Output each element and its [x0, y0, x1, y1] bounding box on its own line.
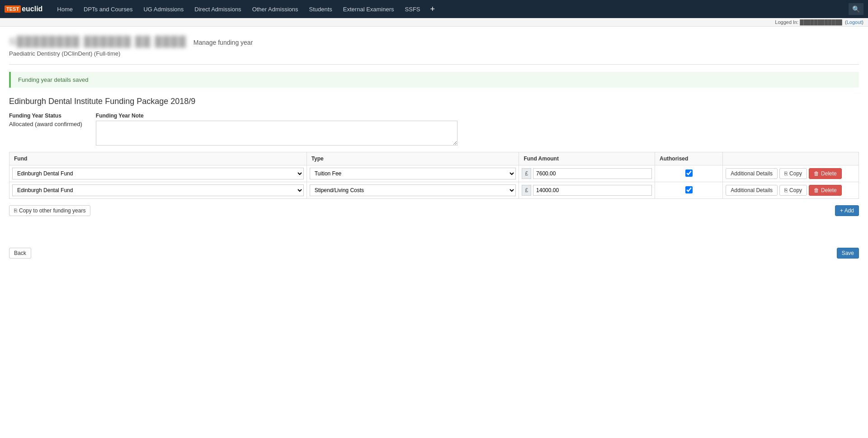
- copy-label-1: Copy: [789, 187, 802, 193]
- additional-details-label-0: Additional Details: [731, 170, 773, 177]
- type-select-0[interactable]: Tuition Fee: [310, 168, 516, 179]
- amount-input-0[interactable]: [533, 168, 652, 179]
- success-banner: Funding year details saved: [9, 72, 859, 88]
- copy-icon: ⎘: [14, 207, 17, 214]
- nav-ssfs[interactable]: SSFS: [400, 0, 426, 18]
- logout-link[interactable]: Logout: [847, 19, 862, 25]
- header-divider: [9, 64, 859, 65]
- pound-symbol-1: £: [522, 185, 531, 196]
- navbar: TEST euclid Home DPTs and Courses UG Adm…: [0, 0, 868, 18]
- amount-cell-0: £: [519, 165, 655, 182]
- table-footer: ⎘ Copy to other funding years + Add: [9, 205, 859, 216]
- nav-examiners[interactable]: External Examiners: [338, 0, 400, 18]
- col-type-header: Type: [307, 152, 519, 165]
- logged-in-prefix: Logged In:: [775, 19, 800, 25]
- copy-label-0: Copy: [789, 170, 802, 177]
- col-fund-header: Fund: [9, 152, 307, 165]
- note-label: Funding Year Note: [96, 113, 458, 119]
- section-title: Edinburgh Dental Institute Funding Packa…: [9, 97, 859, 106]
- search-button[interactable]: 🔍: [849, 3, 863, 15]
- additional-details-button-0[interactable]: Additional Details: [726, 168, 778, 179]
- nav-ug[interactable]: UG Admissions: [138, 0, 189, 18]
- page-subtitle: Manage funding year: [193, 39, 253, 46]
- table-row: Edinburgh Dental Fund Stipend/Living Cos…: [9, 182, 859, 199]
- copy-icon-1: ⎘: [784, 187, 788, 193]
- copy-to-funding-years-label: Copy to other funding years: [19, 207, 85, 214]
- funding-year-form: Funding Year Status Allocated (award con…: [9, 113, 859, 146]
- nav-direct[interactable]: Direct Admissions: [189, 0, 246, 18]
- additional-details-button-1[interactable]: Additional Details: [726, 185, 778, 196]
- type-select-1[interactable]: Stipend/Living Costs: [310, 184, 516, 196]
- copy-button-1[interactable]: ⎘ Copy: [779, 185, 807, 196]
- status-group: Funding Year Status Allocated (award con…: [9, 113, 82, 146]
- nav-dpts[interactable]: DPTs and Courses: [78, 0, 138, 18]
- fund-select-0[interactable]: Edinburgh Dental Fund: [12, 168, 304, 179]
- nav-plus-icon[interactable]: +: [426, 5, 440, 14]
- delete-button-0[interactable]: 🗑 Delete: [809, 168, 842, 179]
- amount-input-1[interactable]: [533, 185, 652, 196]
- fund-table: Fund Type Fund Amount Authorised Edinbur…: [9, 152, 859, 199]
- copy-to-funding-years-button[interactable]: ⎘ Copy to other funding years: [9, 205, 90, 216]
- authorised-checkbox-1[interactable]: [685, 186, 693, 193]
- brand-test-label: TEST: [5, 5, 21, 13]
- type-cell-0: Tuition Fee: [307, 165, 519, 182]
- copy-icon-0: ⎘: [784, 170, 788, 177]
- auth-cell-0: [655, 165, 723, 182]
- fund-cell-0: Edinburgh Dental Fund: [9, 165, 307, 182]
- save-button[interactable]: Save: [837, 248, 859, 259]
- logged-in-bar: Logged In: ████████████ (Logout): [0, 18, 868, 27]
- breadcrumb: Paediatric Dentistry (DClinDent) (Full-t…: [9, 50, 859, 57]
- authorised-checkbox-0[interactable]: [685, 170, 693, 177]
- brand-name: euclid: [22, 5, 42, 13]
- nav-items: Home DPTs and Courses UG Admissions Dire…: [52, 0, 849, 18]
- col-amount-header: Fund Amount: [519, 152, 655, 165]
- delete-button-1[interactable]: 🗑 Delete: [809, 185, 842, 196]
- success-message: Funding year details saved: [18, 76, 88, 83]
- col-auth-header: Authorised: [655, 152, 723, 165]
- fund-select-1[interactable]: Edinburgh Dental Fund: [12, 184, 304, 196]
- amount-cell-1: £: [519, 182, 655, 199]
- fund-cell-1: Edinburgh Dental Fund: [9, 182, 307, 199]
- copy-button-0[interactable]: ⎘ Copy: [779, 168, 807, 179]
- note-textarea[interactable]: [96, 121, 458, 146]
- pound-symbol-0: £: [522, 168, 531, 179]
- nav-other[interactable]: Other Admissions: [247, 0, 304, 18]
- page-content: S████████ ██████ ██ ████ Manage funding …: [0, 27, 868, 225]
- back-label: Back: [14, 250, 26, 256]
- delete-label-0: Delete: [821, 170, 837, 177]
- note-group: Funding Year Note: [96, 113, 458, 146]
- back-button[interactable]: Back: [9, 248, 31, 259]
- page-title-blurred: S████████ ██████ ██ ████: [9, 36, 187, 47]
- status-value: Allocated (award confirmed): [9, 121, 82, 127]
- col-actions-header: [723, 152, 859, 165]
- add-label: + Add: [840, 207, 854, 214]
- fund-table-body: Edinburgh Dental Fund Tuition Fee £: [9, 165, 859, 199]
- fund-table-head: Fund Type Fund Amount Authorised: [9, 152, 859, 165]
- logged-in-username: ████████████: [800, 19, 842, 25]
- brand-logo[interactable]: TEST euclid: [5, 5, 42, 13]
- additional-details-label-1: Additional Details: [731, 187, 773, 193]
- auth-cell-1: [655, 182, 723, 199]
- add-button[interactable]: + Add: [835, 205, 859, 216]
- delete-label-1: Delete: [821, 187, 837, 193]
- trash-icon-1: 🗑: [814, 187, 819, 193]
- nav-students[interactable]: Students: [304, 0, 338, 18]
- page-footer: Back Save: [0, 239, 868, 268]
- actions-cell-0: Additional Details ⎘ Copy 🗑 Delete: [723, 165, 859, 182]
- type-cell-1: Stipend/Living Costs: [307, 182, 519, 199]
- table-row: Edinburgh Dental Fund Tuition Fee £: [9, 165, 859, 182]
- trash-icon-0: 🗑: [814, 170, 819, 177]
- page-header: S████████ ██████ ██ ████ Manage funding …: [9, 36, 859, 47]
- save-label: Save: [842, 250, 854, 256]
- status-label: Funding Year Status: [9, 113, 82, 119]
- actions-cell-1: Additional Details ⎘ Copy 🗑 Delete: [723, 182, 859, 199]
- nav-home[interactable]: Home: [52, 0, 78, 18]
